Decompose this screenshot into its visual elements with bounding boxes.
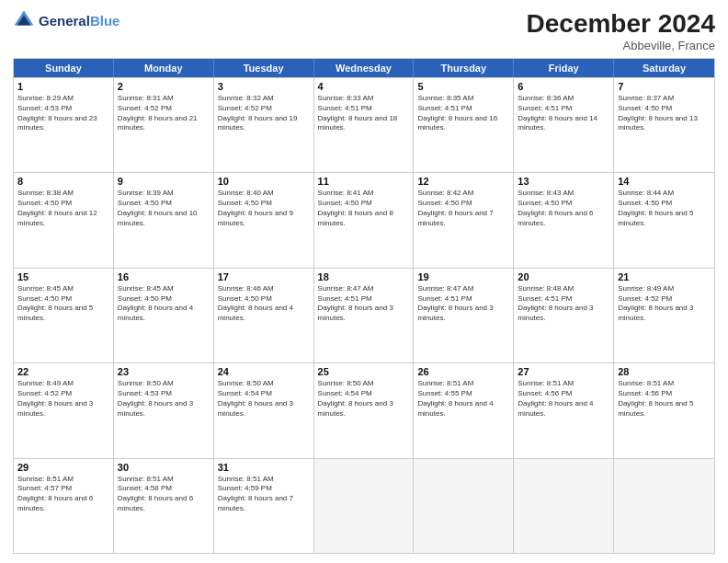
logo-icon <box>13 9 35 31</box>
cell-info: Sunrise: 8:40 AMSunset: 4:50 PMDaylight:… <box>218 189 310 228</box>
cell-info: Sunrise: 8:51 AMSunset: 4:56 PMDaylight:… <box>518 379 609 419</box>
cell-info: Sunrise: 8:51 AMSunset: 4:56 PMDaylight:… <box>618 379 711 419</box>
day-number: 30 <box>118 462 210 473</box>
table-row <box>514 459 614 553</box>
cell-info: Sunrise: 8:51 AMSunset: 4:55 PMDaylight:… <box>417 379 509 419</box>
cell-info: Sunrise: 8:44 AMSunset: 4:50 PMDaylight:… <box>618 189 711 228</box>
table-row: 2Sunrise: 8:31 AMSunset: 4:52 PMDaylight… <box>114 78 214 172</box>
day-number: 27 <box>518 366 609 377</box>
day-number: 6 <box>518 81 609 92</box>
day-number: 12 <box>417 176 509 187</box>
cell-info: Sunrise: 8:41 AMSunset: 4:50 PMDaylight:… <box>318 189 410 228</box>
table-row <box>614 459 714 553</box>
logo: GeneralBlue <box>13 9 119 31</box>
table-row: 9Sunrise: 8:39 AMSunset: 4:50 PMDaylight… <box>114 173 214 267</box>
day-number: 10 <box>218 176 310 187</box>
cell-info: Sunrise: 8:32 AMSunset: 4:52 PMDaylight:… <box>218 94 310 133</box>
cell-info: Sunrise: 8:50 AMSunset: 4:53 PMDaylight:… <box>118 379 210 419</box>
week-row-1: 1Sunrise: 8:29 AMSunset: 4:53 PMDaylight… <box>14 77 714 172</box>
cell-info: Sunrise: 8:35 AMSunset: 4:51 PMDaylight:… <box>417 94 509 133</box>
header-tuesday: Tuesday <box>214 59 314 77</box>
table-row: 6Sunrise: 8:36 AMSunset: 4:51 PMDaylight… <box>514 78 614 172</box>
table-row: 14Sunrise: 8:44 AMSunset: 4:50 PMDayligh… <box>614 173 714 267</box>
day-number: 8 <box>17 176 109 187</box>
cell-info: Sunrise: 8:51 AMSunset: 4:57 PMDaylight:… <box>17 475 109 514</box>
table-row: 27Sunrise: 8:51 AMSunset: 4:56 PMDayligh… <box>514 363 614 457</box>
table-row: 8Sunrise: 8:38 AMSunset: 4:50 PMDaylight… <box>14 173 114 267</box>
title-block: December 2024 Abbeville, France <box>527 9 715 52</box>
day-number: 5 <box>417 81 509 92</box>
table-row: 30Sunrise: 8:51 AMSunset: 4:58 PMDayligh… <box>114 459 214 553</box>
day-number: 29 <box>17 462 109 473</box>
cell-info: Sunrise: 8:47 AMSunset: 4:51 PMDaylight:… <box>417 284 509 324</box>
day-number: 11 <box>318 176 410 187</box>
cell-info: Sunrise: 8:47 AMSunset: 4:51 PMDaylight:… <box>318 284 410 324</box>
table-row: 25Sunrise: 8:50 AMSunset: 4:54 PMDayligh… <box>314 363 415 457</box>
location: Abbeville, France <box>527 39 715 52</box>
day-number: 13 <box>518 176 609 187</box>
table-row: 31Sunrise: 8:51 AMSunset: 4:59 PMDayligh… <box>214 459 314 553</box>
cell-info: Sunrise: 8:29 AMSunset: 4:53 PMDaylight:… <box>17 94 109 133</box>
table-row: 7Sunrise: 8:37 AMSunset: 4:50 PMDaylight… <box>614 78 714 172</box>
logo-text: GeneralBlue <box>39 13 119 29</box>
page: GeneralBlue December 2024 Abbeville, Fra… <box>0 0 728 563</box>
cell-info: Sunrise: 8:51 AMSunset: 4:58 PMDaylight:… <box>118 475 210 514</box>
table-row: 26Sunrise: 8:51 AMSunset: 4:55 PMDayligh… <box>414 363 514 457</box>
day-number: 9 <box>118 176 210 187</box>
table-row: 18Sunrise: 8:47 AMSunset: 4:51 PMDayligh… <box>314 269 415 362</box>
header-wednesday: Wednesday <box>314 59 415 77</box>
cell-info: Sunrise: 8:37 AMSunset: 4:50 PMDaylight:… <box>618 94 711 133</box>
day-number: 2 <box>118 81 210 92</box>
table-row: 1Sunrise: 8:29 AMSunset: 4:53 PMDaylight… <box>14 78 114 172</box>
cell-info: Sunrise: 8:36 AMSunset: 4:51 PMDaylight:… <box>518 94 609 133</box>
header-friday: Friday <box>514 59 614 77</box>
cell-info: Sunrise: 8:45 AMSunset: 4:50 PMDaylight:… <box>17 284 109 324</box>
table-row <box>314 459 415 553</box>
day-number: 14 <box>618 176 711 187</box>
table-row: 24Sunrise: 8:50 AMSunset: 4:54 PMDayligh… <box>214 363 314 457</box>
calendar-header: Sunday Monday Tuesday Wednesday Thursday… <box>14 59 714 77</box>
cell-info: Sunrise: 8:45 AMSunset: 4:50 PMDaylight:… <box>118 284 210 324</box>
table-row: 23Sunrise: 8:50 AMSunset: 4:53 PMDayligh… <box>114 363 214 457</box>
day-number: 19 <box>417 271 509 282</box>
header: GeneralBlue December 2024 Abbeville, Fra… <box>13 9 715 52</box>
header-monday: Monday <box>114 59 214 77</box>
week-row-4: 22Sunrise: 8:49 AMSunset: 4:52 PMDayligh… <box>14 362 714 457</box>
day-number: 31 <box>218 462 310 473</box>
table-row: 15Sunrise: 8:45 AMSunset: 4:50 PMDayligh… <box>14 269 114 362</box>
week-row-3: 15Sunrise: 8:45 AMSunset: 4:50 PMDayligh… <box>14 268 714 362</box>
cell-info: Sunrise: 8:38 AMSunset: 4:50 PMDaylight:… <box>17 189 109 228</box>
day-number: 7 <box>618 81 711 92</box>
cell-info: Sunrise: 8:48 AMSunset: 4:51 PMDaylight:… <box>518 284 609 324</box>
table-row: 10Sunrise: 8:40 AMSunset: 4:50 PMDayligh… <box>214 173 314 267</box>
week-row-2: 8Sunrise: 8:38 AMSunset: 4:50 PMDaylight… <box>14 172 714 267</box>
day-number: 25 <box>318 366 410 377</box>
header-thursday: Thursday <box>414 59 514 77</box>
day-number: 3 <box>218 81 310 92</box>
cell-info: Sunrise: 8:31 AMSunset: 4:52 PMDaylight:… <box>118 94 210 133</box>
cell-info: Sunrise: 8:51 AMSunset: 4:59 PMDaylight:… <box>218 475 310 514</box>
day-number: 18 <box>318 271 410 282</box>
table-row: 28Sunrise: 8:51 AMSunset: 4:56 PMDayligh… <box>614 363 714 457</box>
table-row: 12Sunrise: 8:42 AMSunset: 4:50 PMDayligh… <box>414 173 514 267</box>
day-number: 4 <box>318 81 410 92</box>
month-title: December 2024 <box>527 9 715 39</box>
cell-info: Sunrise: 8:42 AMSunset: 4:50 PMDaylight:… <box>417 189 509 228</box>
table-row: 16Sunrise: 8:45 AMSunset: 4:50 PMDayligh… <box>114 269 214 362</box>
table-row: 3Sunrise: 8:32 AMSunset: 4:52 PMDaylight… <box>214 78 314 172</box>
cell-info: Sunrise: 8:49 AMSunset: 4:52 PMDaylight:… <box>17 379 109 419</box>
day-number: 1 <box>17 81 109 92</box>
week-row-5: 29Sunrise: 8:51 AMSunset: 4:57 PMDayligh… <box>14 458 714 553</box>
cell-info: Sunrise: 8:33 AMSunset: 4:51 PMDaylight:… <box>318 94 410 133</box>
cell-info: Sunrise: 8:50 AMSunset: 4:54 PMDaylight:… <box>318 379 410 419</box>
day-number: 22 <box>17 366 109 377</box>
table-row <box>414 459 514 553</box>
day-number: 21 <box>618 271 711 282</box>
day-number: 16 <box>118 271 210 282</box>
header-saturday: Saturday <box>614 59 714 77</box>
table-row: 19Sunrise: 8:47 AMSunset: 4:51 PMDayligh… <box>414 269 514 362</box>
table-row: 22Sunrise: 8:49 AMSunset: 4:52 PMDayligh… <box>14 363 114 457</box>
header-sunday: Sunday <box>14 59 114 77</box>
day-number: 24 <box>218 366 310 377</box>
table-row: 21Sunrise: 8:49 AMSunset: 4:52 PMDayligh… <box>614 269 714 362</box>
